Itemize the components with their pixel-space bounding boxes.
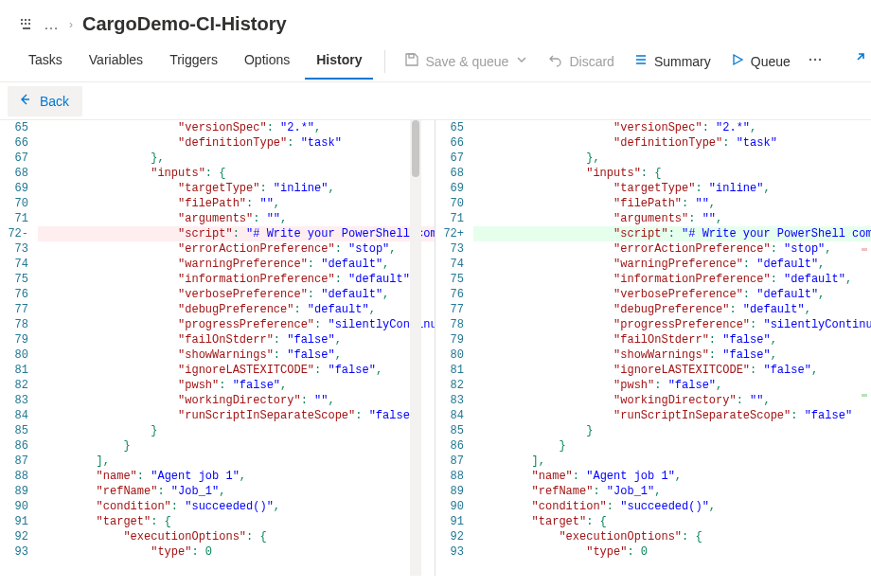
save-icon	[404, 52, 419, 70]
tab-tasks[interactable]: Tasks	[17, 43, 74, 80]
pipeline-icon[interactable]	[19, 17, 34, 32]
summary-label: Summary	[654, 54, 711, 69]
svg-rect-4	[25, 23, 27, 25]
discard-label: Discard	[569, 54, 613, 69]
breadcrumb-overflow[interactable]: …	[44, 17, 60, 32]
tab-variables[interactable]: Variables	[78, 43, 154, 80]
code-right[interactable]: "versionSpec": "2.*", "definitionType": …	[473, 120, 871, 560]
undo-icon	[548, 52, 563, 70]
svg-rect-7	[409, 54, 414, 58]
svg-rect-5	[28, 23, 30, 25]
fullscreen-button[interactable]	[839, 46, 871, 76]
tab-bar: Tasks Variables Triggers Options History…	[0, 41, 871, 82]
tab-history[interactable]: History	[305, 43, 373, 80]
queue-label: Queue	[751, 54, 791, 69]
discard-button[interactable]: Discard	[541, 46, 621, 76]
svg-rect-1	[25, 19, 27, 21]
code-left[interactable]: "versionSpec": "2.*", "definitionType": …	[38, 120, 435, 560]
svg-point-8	[809, 59, 811, 61]
separator	[384, 50, 385, 73]
gutter-left: 6566676869707172-73747576777879808182838…	[0, 120, 38, 560]
svg-point-10	[819, 59, 821, 61]
minimap-right[interactable]	[858, 120, 871, 576]
tab-options[interactable]: Options	[233, 43, 301, 80]
back-label: Back	[40, 94, 69, 109]
back-button[interactable]: Back	[8, 86, 82, 116]
diff-pane-left[interactable]: 6566676869707172-73747576777879808182838…	[0, 120, 436, 576]
chevron-down-icon	[514, 52, 529, 70]
scrollbar-left[interactable]	[410, 120, 421, 576]
tab-triggers[interactable]: Triggers	[158, 43, 229, 80]
diff-viewer: 6566676869707172-73747576777879808182838…	[0, 120, 871, 576]
page-title: CargoDemo-CI-History	[82, 13, 287, 35]
svg-point-9	[814, 59, 816, 61]
svg-rect-2	[28, 19, 30, 21]
svg-rect-0	[21, 19, 23, 21]
list-icon	[633, 52, 649, 70]
diff-pane-right[interactable]: 6566676869707172+73747576777879808182838…	[436, 120, 871, 576]
save-and-queue-button[interactable]: Save & queue	[397, 46, 537, 76]
more-actions-button[interactable]	[802, 46, 828, 76]
svg-rect-3	[21, 23, 23, 25]
svg-rect-6	[23, 27, 30, 29]
arrow-left-icon	[17, 92, 32, 110]
save-and-queue-label: Save & queue	[425, 54, 508, 69]
play-icon	[730, 52, 745, 70]
gutter-right: 6566676869707172+73747576777879808182838…	[436, 120, 473, 560]
summary-button[interactable]: Summary	[626, 46, 719, 76]
chevron-right-icon: ›	[69, 18, 73, 31]
queue-button[interactable]: Queue	[722, 46, 798, 76]
